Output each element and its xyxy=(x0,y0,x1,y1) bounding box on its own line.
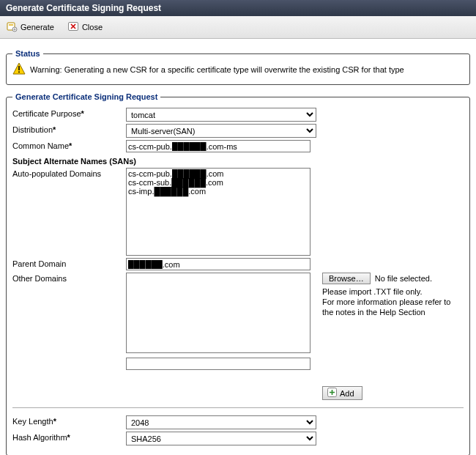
csr-form-fieldset: Generate Certificate Signing Request Cer… xyxy=(6,92,470,455)
label-key-length: Key Length xyxy=(12,415,126,426)
auto-domains-textarea xyxy=(126,168,310,256)
common-name-input[interactable] xyxy=(126,140,310,152)
toolbar-close-button[interactable]: Close xyxy=(66,19,104,35)
status-legend: Status xyxy=(12,49,43,58)
toolbar-close-label: Close xyxy=(82,23,103,32)
label-common-name: Common Name xyxy=(12,140,126,150)
add-button-label: Add xyxy=(340,389,354,398)
label-certificate-purpose: Certificate Purpose xyxy=(12,108,126,118)
browse-button[interactable]: Browse… xyxy=(322,273,371,284)
label-other-domains: Other Domains xyxy=(12,273,126,283)
window-title-bar: Generate Certificate Signing Request xyxy=(0,0,476,16)
plus-icon xyxy=(327,388,337,399)
svg-rect-4 xyxy=(18,66,20,70)
distribution-select[interactable]: Multi-server(SAN) xyxy=(126,124,316,138)
toolbar: Generate Close xyxy=(0,16,476,39)
toolbar-generate-label: Generate xyxy=(21,23,54,32)
hash-algorithm-select[interactable]: SHA256 xyxy=(126,432,316,445)
window-title: Generate Certificate Signing Request xyxy=(6,3,161,13)
parent-domain-input[interactable] xyxy=(126,258,310,270)
close-icon xyxy=(67,21,79,34)
separator xyxy=(12,407,464,408)
certificate-purpose-select[interactable]: tomcat xyxy=(126,108,316,122)
key-length-select[interactable]: 2048 xyxy=(126,415,316,429)
svg-rect-5 xyxy=(18,71,20,73)
label-hash-algorithm: Hash Algorithm xyxy=(12,432,126,442)
browse-status: No file selected. xyxy=(375,274,432,283)
add-button[interactable]: Add xyxy=(322,386,362,400)
generate-icon xyxy=(6,21,18,34)
label-parent-domain: Parent Domain xyxy=(12,258,126,268)
label-auto-domains: Auto-populated Domains xyxy=(12,168,126,178)
label-distribution: Distribution xyxy=(12,124,126,134)
status-fieldset: Status Warning: Generating a new CSR for… xyxy=(6,49,470,85)
other-domains-textarea[interactable] xyxy=(126,273,310,353)
toolbar-generate-button[interactable]: Generate xyxy=(4,19,56,35)
status-text: Warning: Generating a new CSR for a spec… xyxy=(30,65,404,74)
import-hint: Please import .TXT file only. For more i… xyxy=(322,287,464,317)
warning-icon xyxy=(12,62,26,77)
san-header: Subject Alternate Names (SANs) xyxy=(12,157,464,166)
svg-rect-1 xyxy=(9,24,13,26)
other-domain-add-input[interactable] xyxy=(126,358,310,370)
csr-form-legend: Generate Certificate Signing Request xyxy=(12,92,160,101)
